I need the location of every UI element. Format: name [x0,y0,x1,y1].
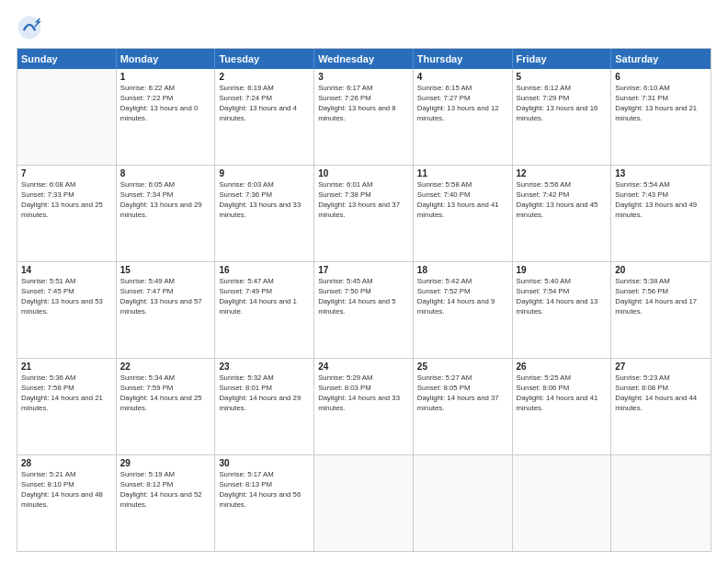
day-info: Sunrise: 6:15 AMSunset: 7:27 PMDaylight:… [417,84,508,124]
day-info: Sunrise: 5:49 AMSunset: 7:47 PMDaylight:… [120,277,211,317]
day-number: 22 [120,362,211,372]
calendar-row-4: 21Sunrise: 5:36 AMSunset: 7:58 PMDayligh… [17,358,711,454]
calendar-body: 1Sunrise: 6:22 AMSunset: 7:22 PMDaylight… [17,69,711,551]
day-cell-28: 28Sunrise: 5:21 AMSunset: 8:10 PMDayligh… [17,455,117,551]
day-number: 29 [120,458,211,468]
day-number: 11 [417,168,508,178]
day-cell-8: 8Sunrise: 6:05 AMSunset: 7:34 PMDaylight… [117,166,216,261]
day-number: 4 [417,72,508,82]
day-number: 14 [21,265,112,275]
day-number: 16 [219,265,310,275]
day-number: 15 [120,265,211,275]
day-number: 18 [417,265,508,275]
day-number: 9 [219,168,310,178]
day-info: Sunrise: 6:17 AMSunset: 7:26 PMDaylight:… [318,84,409,124]
day-number: 6 [615,72,707,82]
day-info: Sunrise: 5:25 AMSunset: 8:06 PMDaylight:… [517,373,608,414]
day-number: 24 [318,362,409,372]
day-cell-19: 19Sunrise: 5:40 AMSunset: 7:54 PMDayligh… [513,262,612,358]
header-day-saturday: Saturday [611,49,711,69]
day-info: Sunrise: 5:36 AMSunset: 7:58 PMDaylight:… [21,373,112,414]
day-cell-10: 10Sunrise: 6:01 AMSunset: 7:38 PMDayligh… [314,166,414,261]
day-cell-3: 3Sunrise: 6:17 AMSunset: 7:26 PMDaylight… [314,69,414,165]
day-number: 10 [318,168,409,178]
day-info: Sunrise: 5:19 AMSunset: 8:12 PMDaylight:… [120,470,211,511]
day-number: 1 [120,72,211,82]
day-cell-14: 14Sunrise: 5:51 AMSunset: 7:45 PMDayligh… [17,262,117,358]
header-day-wednesday: Wednesday [314,49,414,69]
day-number: 12 [517,168,608,178]
day-info: Sunrise: 6:12 AMSunset: 7:29 PMDaylight:… [517,84,608,124]
empty-cell [611,455,711,551]
day-info: Sunrise: 5:42 AMSunset: 7:52 PMDaylight:… [417,277,508,317]
day-number: 2 [219,72,310,82]
day-cell-5: 5Sunrise: 6:12 AMSunset: 7:29 PMDaylight… [513,69,612,165]
day-number: 8 [120,168,211,178]
day-cell-23: 23Sunrise: 5:32 AMSunset: 8:01 PMDayligh… [215,359,314,454]
day-cell-26: 26Sunrise: 5:25 AMSunset: 8:06 PMDayligh… [513,359,612,454]
day-number: 28 [21,458,112,468]
logo-icon [17,15,42,40]
day-cell-15: 15Sunrise: 5:49 AMSunset: 7:47 PMDayligh… [117,262,216,358]
calendar-row-1: 1Sunrise: 6:22 AMSunset: 7:22 PMDaylight… [17,69,711,165]
day-info: Sunrise: 5:54 AMSunset: 7:43 PMDaylight:… [615,180,707,221]
calendar-row-5: 28Sunrise: 5:21 AMSunset: 8:10 PMDayligh… [17,454,711,551]
day-cell-12: 12Sunrise: 5:56 AMSunset: 7:42 PMDayligh… [513,166,612,261]
day-info: Sunrise: 5:32 AMSunset: 8:01 PMDaylight:… [219,373,310,414]
day-info: Sunrise: 6:10 AMSunset: 7:31 PMDaylight:… [615,84,707,124]
page: SundayMondayTuesdayWednesdayThursdayFrid… [0,0,728,563]
day-cell-30: 30Sunrise: 5:17 AMSunset: 8:13 PMDayligh… [215,455,314,551]
header [17,15,711,40]
day-cell-21: 21Sunrise: 5:36 AMSunset: 7:58 PMDayligh… [17,359,117,454]
day-info: Sunrise: 6:03 AMSunset: 7:36 PMDaylight:… [219,180,310,221]
day-cell-6: 6Sunrise: 6:10 AMSunset: 7:31 PMDaylight… [611,69,711,165]
day-info: Sunrise: 6:08 AMSunset: 7:33 PMDaylight:… [21,180,112,221]
day-info: Sunrise: 5:21 AMSunset: 8:10 PMDaylight:… [21,470,112,511]
calendar: SundayMondayTuesdayWednesdayThursdayFrid… [17,48,711,552]
header-day-friday: Friday [513,49,612,69]
header-day-monday: Monday [117,49,216,69]
day-info: Sunrise: 5:45 AMSunset: 7:50 PMDaylight:… [318,277,409,317]
day-cell-1: 1Sunrise: 6:22 AMSunset: 7:22 PMDaylight… [117,69,216,165]
day-info: Sunrise: 6:22 AMSunset: 7:22 PMDaylight:… [120,84,211,124]
day-cell-27: 27Sunrise: 5:23 AMSunset: 8:08 PMDayligh… [611,359,711,454]
day-cell-29: 29Sunrise: 5:19 AMSunset: 8:12 PMDayligh… [117,455,216,551]
calendar-row-2: 7Sunrise: 6:08 AMSunset: 7:33 PMDaylight… [17,165,711,261]
empty-cell [314,455,414,551]
day-info: Sunrise: 5:51 AMSunset: 7:45 PMDaylight:… [21,277,112,317]
day-info: Sunrise: 5:29 AMSunset: 8:03 PMDaylight:… [318,373,409,414]
day-cell-22: 22Sunrise: 5:34 AMSunset: 7:59 PMDayligh… [117,359,216,454]
empty-cell [513,455,612,551]
day-number: 3 [318,72,409,82]
day-number: 26 [517,362,608,372]
day-cell-2: 2Sunrise: 6:19 AMSunset: 7:24 PMDaylight… [215,69,314,165]
day-number: 17 [318,265,409,275]
header-day-sunday: Sunday [17,49,117,69]
day-cell-25: 25Sunrise: 5:27 AMSunset: 8:05 PMDayligh… [414,359,513,454]
day-info: Sunrise: 5:47 AMSunset: 7:49 PMDaylight:… [219,277,310,317]
day-info: Sunrise: 6:05 AMSunset: 7:34 PMDaylight:… [120,180,211,221]
day-number: 30 [219,458,310,468]
day-info: Sunrise: 5:56 AMSunset: 7:42 PMDaylight:… [517,180,608,221]
day-cell-20: 20Sunrise: 5:38 AMSunset: 7:56 PMDayligh… [611,262,711,358]
day-cell-18: 18Sunrise: 5:42 AMSunset: 7:52 PMDayligh… [414,262,513,358]
day-info: Sunrise: 5:17 AMSunset: 8:13 PMDaylight:… [219,470,310,511]
day-cell-24: 24Sunrise: 5:29 AMSunset: 8:03 PMDayligh… [314,359,414,454]
svg-point-0 [18,17,41,40]
day-info: Sunrise: 5:23 AMSunset: 8:08 PMDaylight:… [615,373,707,414]
empty-cell [414,455,513,551]
day-number: 19 [517,265,608,275]
header-day-thursday: Thursday [414,49,513,69]
day-info: Sunrise: 6:19 AMSunset: 7:24 PMDaylight:… [219,84,310,124]
day-info: Sunrise: 6:01 AMSunset: 7:38 PMDaylight:… [318,180,409,221]
header-day-tuesday: Tuesday [215,49,314,69]
logo [17,15,46,40]
day-info: Sunrise: 5:58 AMSunset: 7:40 PMDaylight:… [417,180,508,221]
day-number: 7 [21,168,112,178]
day-info: Sunrise: 5:34 AMSunset: 7:59 PMDaylight:… [120,373,211,414]
day-number: 20 [615,265,707,275]
day-info: Sunrise: 5:40 AMSunset: 7:54 PMDaylight:… [517,277,608,317]
day-number: 23 [219,362,310,372]
day-info: Sunrise: 5:27 AMSunset: 8:05 PMDaylight:… [417,373,508,414]
day-cell-9: 9Sunrise: 6:03 AMSunset: 7:36 PMDaylight… [215,166,314,261]
